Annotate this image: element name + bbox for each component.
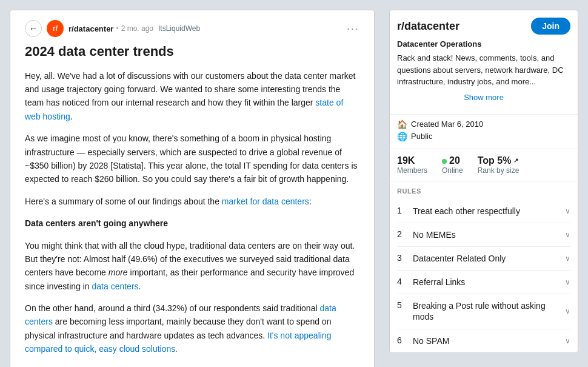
building-icon: 🏠 xyxy=(397,120,407,129)
rule-num-3: 3 xyxy=(397,253,407,263)
globe-icon: 🌐 xyxy=(397,132,407,141)
link-data-centers[interactable]: data centers xyxy=(92,281,139,291)
chevron-down-icon-1: ∨ xyxy=(565,207,570,215)
subreddit-avatar: r/ xyxy=(47,20,64,37)
rule-item-3[interactable]: 3 Datacenter Related Only ∨ xyxy=(397,247,570,271)
section-heading-1: Data centers aren't going anywhere xyxy=(25,217,359,230)
link-state[interactable]: state of web hosting xyxy=(25,98,343,121)
rule-num-1: 1 xyxy=(397,206,407,215)
paragraph-1: Hey, all. We've had a lot of discussions… xyxy=(25,69,359,124)
external-link-icon: ↗ xyxy=(513,157,518,164)
members-value: 19K xyxy=(397,155,427,166)
members-stat: 19K Members xyxy=(397,155,427,175)
post-meta: r/datacenter • 2 mo. ago ItsLiquidWeb xyxy=(68,24,200,33)
rule-num-6: 6 xyxy=(397,335,407,345)
rule-item-4[interactable]: 4 Referral Links ∨ xyxy=(397,271,570,294)
rule-text-4: Referral Links xyxy=(413,277,465,288)
created-label: Created Mar 6, 2010 xyxy=(411,120,483,129)
link-appealing[interactable]: It's not appealing compared to quick, ea… xyxy=(25,331,331,354)
sidebar-description: Datacenter Operations Rack and stack! Ne… xyxy=(390,39,578,114)
paragraph-5: On the other hand, around a third (34.32… xyxy=(25,301,359,356)
rule-num-2: 2 xyxy=(397,229,407,239)
rank-label: Rank by size xyxy=(478,166,520,175)
join-button[interactable]: Join xyxy=(531,18,570,35)
members-label: Members xyxy=(397,166,427,175)
chevron-down-icon-5: ∨ xyxy=(565,307,570,315)
rank-stat: Top 5% ↗ Rank by size xyxy=(478,155,520,175)
created-row: 🏠 Created Mar 6, 2010 xyxy=(397,120,570,129)
subreddit-name[interactable]: r/datacenter xyxy=(68,24,113,33)
link-market[interactable]: market for data centers xyxy=(222,197,309,206)
rule-text-5: Breaking a Post rule without asking mods xyxy=(413,300,565,322)
paragraph-4: You might think that with all the cloud … xyxy=(25,239,359,294)
sidebar-title: r/datacenter xyxy=(397,20,459,33)
chevron-down-icon-3: ∨ xyxy=(565,254,570,263)
rule-text-2: No MEMEs xyxy=(413,229,456,240)
rule-item-5[interactable]: 5 Breaking a Post rule without asking mo… xyxy=(397,294,570,329)
rule-item-6[interactable]: 6 No SPAM ∨ xyxy=(397,329,570,352)
chevron-down-icon-6: ∨ xyxy=(565,337,570,345)
online-dot xyxy=(442,159,447,164)
online-value: 20 xyxy=(442,155,463,166)
online-stat: 20 Online xyxy=(442,155,463,175)
public-row: 🌐 Public xyxy=(397,132,570,141)
post-content: ← r/ r/datacenter • 2 mo. ago ItsLiquidW… xyxy=(10,10,375,367)
post-title: 2024 data center trends xyxy=(25,43,359,61)
post-body: Hey, all. We've had a lot of discussions… xyxy=(25,69,359,367)
sidebar: r/datacenter Join Datacenter Operations … xyxy=(389,10,578,367)
sidebar-card: r/datacenter Join Datacenter Operations … xyxy=(389,10,578,353)
time-ago: 2 mo. ago xyxy=(121,24,153,33)
back-button[interactable]: ← xyxy=(25,20,42,37)
chevron-down-icon-4: ∨ xyxy=(565,278,570,286)
rule-text-6: No SPAM xyxy=(413,335,449,346)
rule-text-1: Treat each other respectfully xyxy=(413,206,520,217)
sidebar-desc-text: Rack and stack! News, comments, tools, a… xyxy=(397,52,570,88)
stats-row: 19K Members 20 Online Top 5% ↗ Rank by s… xyxy=(390,149,578,181)
sidebar-header: r/datacenter Join xyxy=(390,10,578,39)
public-label: Public xyxy=(411,132,432,141)
rules-title: RULES xyxy=(397,187,570,195)
chevron-down-icon-2: ∨ xyxy=(565,231,570,239)
rule-text-3: Datacenter Related Only xyxy=(413,253,506,264)
back-icon: ← xyxy=(29,24,38,33)
post-header: ← r/ r/datacenter • 2 mo. ago ItsLiquidW… xyxy=(25,20,359,37)
rule-item-2[interactable]: 2 No MEMEs ∨ xyxy=(397,223,570,247)
link-data-centers-2[interactable]: data centers xyxy=(25,303,336,326)
rule-item-1[interactable]: 1 Treat each other respectfully ∨ xyxy=(397,200,570,223)
post-username[interactable]: ItsLiquidWeb xyxy=(158,24,200,33)
sidebar-desc-title: Datacenter Operations xyxy=(397,39,570,49)
sidebar-meta: 🏠 Created Mar 6, 2010 🌐 Public xyxy=(390,114,578,149)
online-label: Online xyxy=(442,166,463,175)
section-heading-2: The rise of edge computing xyxy=(25,365,359,367)
rank-value: Top 5% ↗ xyxy=(478,155,520,166)
rules-section: RULES 1 Treat each other respectfully ∨ … xyxy=(390,181,578,352)
rule-num-4: 4 xyxy=(397,277,407,286)
more-options-button[interactable]: ··· xyxy=(347,22,359,35)
show-more-link[interactable]: Show more xyxy=(397,93,570,102)
paragraph-3: Here's a summary of some of our findings… xyxy=(25,195,359,208)
rule-num-5: 5 xyxy=(397,300,407,310)
paragraph-2: As we imagine most of you know, there's … xyxy=(25,132,359,186)
